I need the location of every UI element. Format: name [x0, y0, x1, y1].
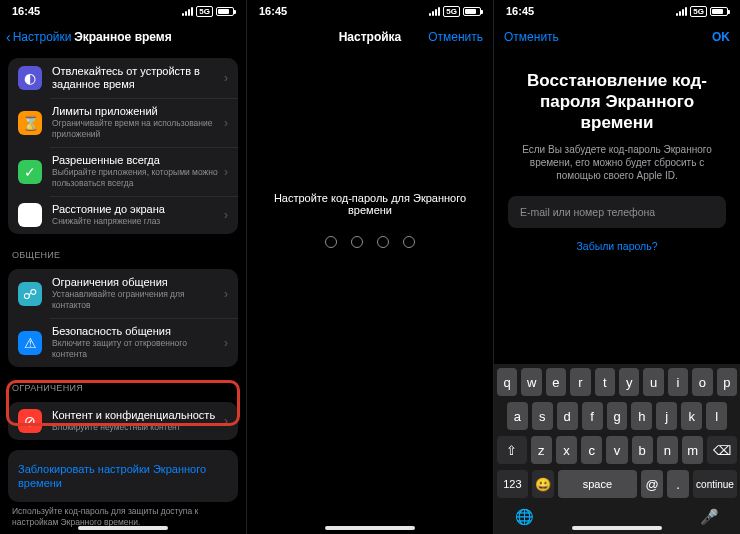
key-u[interactable]: u	[643, 368, 663, 396]
key-at[interactable]: @	[641, 470, 663, 498]
key-continue[interactable]: continue	[693, 470, 737, 498]
bubble-warning-icon: ⚠	[18, 331, 42, 355]
key-w[interactable]: w	[521, 368, 541, 396]
key-d[interactable]: d	[557, 402, 578, 430]
chevron-right-icon: ›	[224, 336, 228, 350]
globe-icon[interactable]: 🌐	[515, 508, 534, 526]
key-n[interactable]: n	[657, 436, 678, 464]
battery-icon	[216, 7, 234, 16]
key-i[interactable]: i	[668, 368, 688, 396]
chevron-right-icon: ›	[224, 71, 228, 85]
key-h[interactable]: h	[631, 402, 652, 430]
keyboard-row-3: ⇧zxcvbnm⌫	[497, 436, 737, 464]
key-k[interactable]: k	[681, 402, 702, 430]
chevron-right-icon: ›	[224, 208, 228, 222]
clock: 16:45	[506, 5, 534, 17]
passcode-setup: 16:45 5G Настройка Отменить Настройте ко…	[247, 0, 494, 534]
key-v[interactable]: v	[606, 436, 627, 464]
key-g[interactable]: g	[607, 402, 628, 430]
chevron-right-icon: ›	[224, 116, 228, 130]
row-communication-safety[interactable]: ⚠ Безопасность общенияВключите защиту от…	[8, 318, 238, 367]
chevron-right-icon: ›	[224, 287, 228, 301]
row-app-limits[interactable]: ⌛ Лимиты приложенийОграничивайте время н…	[8, 98, 238, 147]
key-z[interactable]: z	[531, 436, 552, 464]
key-a[interactable]: a	[507, 402, 528, 430]
clock: 16:45	[259, 5, 287, 17]
key-y[interactable]: y	[619, 368, 639, 396]
key-space[interactable]: space	[558, 470, 637, 498]
home-indicator[interactable]	[325, 526, 415, 530]
key-shift[interactable]: ⇧	[497, 436, 527, 464]
home-indicator[interactable]	[572, 526, 662, 530]
clock: 16:45	[12, 5, 40, 17]
row-content-privacy[interactable]: ⊘ Контент и конфиденциальностьБлокируйте…	[8, 402, 238, 440]
row-communication-limits[interactable]: ☍ Ограничения общенияУстанавливайте огра…	[8, 269, 238, 318]
cancel-button[interactable]: Отменить	[504, 22, 559, 52]
key-numbers[interactable]: 123	[497, 470, 528, 498]
hourglass-icon: ⌛	[18, 111, 42, 135]
key-dot[interactable]: .	[667, 470, 689, 498]
network-badge: 5G	[196, 6, 213, 17]
group-usage: ◐ Отвлекайтесь от устройств в заданное в…	[8, 58, 238, 234]
cancel-button[interactable]: Отменить	[428, 22, 483, 52]
row-downtime[interactable]: ◐ Отвлекайтесь от устройств в заданное в…	[8, 58, 238, 98]
signal-icon	[676, 7, 687, 16]
key-q[interactable]: q	[497, 368, 517, 396]
passcode-dots	[325, 236, 415, 248]
passcode-dot	[325, 236, 337, 248]
no-entry-icon: ⊘	[18, 409, 42, 433]
key-c[interactable]: c	[581, 436, 602, 464]
signal-icon	[429, 7, 440, 16]
recovery-title: Восстановление код-пароля Экранного врем…	[508, 70, 726, 133]
ok-button[interactable]: OK	[712, 22, 730, 52]
network-badge: 5G	[690, 6, 707, 17]
key-t[interactable]: t	[595, 368, 615, 396]
keyboard: qwertyuiop asdfghjkl ⇧zxcvbnm⌫ 123 😀 spa…	[494, 364, 740, 534]
row-always-allowed[interactable]: ✓ Разрешенные всегдаВыбирайте приложения…	[8, 147, 238, 196]
status-bar: 16:45 5G	[247, 0, 493, 22]
key-j[interactable]: j	[656, 402, 677, 430]
battery-icon	[710, 7, 728, 16]
passcode-dot	[403, 236, 415, 248]
back-button[interactable]: ‹ Настройки	[6, 22, 72, 52]
row-screen-distance[interactable]: ≋ Расстояние до экранаСнижайте напряжени…	[8, 196, 238, 234]
status-bar: 16:45 5G	[494, 0, 740, 22]
appleid-input[interactable]: E-mail или номер телефона	[508, 196, 726, 228]
key-x[interactable]: x	[556, 436, 577, 464]
keyboard-row-1: qwertyuiop	[497, 368, 737, 396]
nav-bar: Отменить OK	[494, 22, 740, 52]
key-r[interactable]: r	[570, 368, 590, 396]
chevron-right-icon: ›	[224, 165, 228, 179]
key-m[interactable]: m	[682, 436, 703, 464]
signal-icon	[182, 7, 193, 16]
forgot-password-link[interactable]: Забыли пароль?	[508, 240, 726, 252]
mic-icon[interactable]: 🎤	[700, 508, 719, 526]
key-p[interactable]: p	[717, 368, 737, 396]
passcode-dot	[377, 236, 389, 248]
key-e[interactable]: e	[546, 368, 566, 396]
key-emoji[interactable]: 😀	[532, 470, 554, 498]
header-restrictions: ОГРАНИЧЕНИЯ	[8, 377, 238, 396]
page-title: Экранное время	[74, 30, 171, 44]
waves-icon: ≋	[18, 203, 42, 227]
key-f[interactable]: f	[582, 402, 603, 430]
lock-screentime-button[interactable]: Заблокировать настройки Экранного времен…	[8, 450, 238, 502]
settings-scroll[interactable]: ◐ Отвлекайтесь от устройств в заданное в…	[0, 52, 246, 534]
key-s[interactable]: s	[532, 402, 553, 430]
status-bar: 16:45 5G	[0, 0, 246, 22]
people-icon: ☍	[18, 282, 42, 306]
header-communication: ОБЩЕНИЕ	[8, 244, 238, 263]
recovery-description: Если Вы забудете код-пароль Экранного вр…	[508, 143, 726, 182]
nav-bar: Настройка Отменить	[247, 22, 493, 52]
key-backspace[interactable]: ⌫	[707, 436, 737, 464]
screen-time-settings: 16:45 5G ‹ Настройки Экранное время ◐ От…	[0, 0, 247, 534]
chevron-right-icon: ›	[224, 414, 228, 428]
key-l[interactable]: l	[706, 402, 727, 430]
key-o[interactable]: o	[692, 368, 712, 396]
battery-icon	[463, 7, 481, 16]
key-b[interactable]: b	[632, 436, 653, 464]
chevron-left-icon: ‹	[6, 30, 11, 44]
keyboard-row-4: 123 😀 space @ . continue	[497, 470, 737, 498]
home-indicator[interactable]	[78, 526, 168, 530]
passcode-prompt: Настройте код-пароль для Экранного време…	[247, 192, 493, 216]
